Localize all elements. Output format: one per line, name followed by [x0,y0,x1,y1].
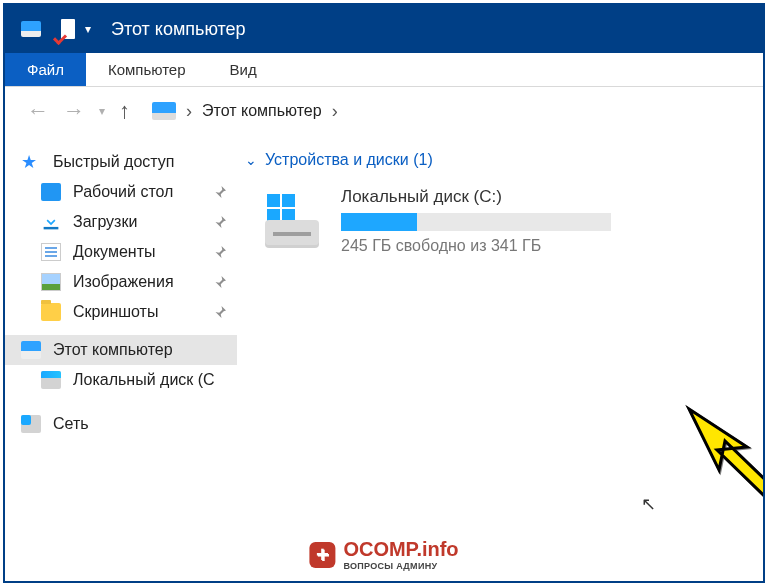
disk-icon [41,371,61,389]
sidebar-this-pc[interactable]: Этот компьютер [5,335,237,365]
nav-sidebar: ★ Быстрый доступ Рабочий стол Загрузки Д… [5,135,237,581]
tab-computer[interactable]: Компьютер [86,53,208,86]
drive-icon [265,194,319,248]
download-icon [41,213,61,231]
drive-name: Локальный диск (C:) [341,187,611,207]
sidebar-network[interactable]: Сеть [5,409,237,439]
collapse-icon[interactable]: ⌄ [245,152,257,168]
sidebar-item-downloads[interactable]: Загрузки [5,207,237,237]
sidebar-item-screenshots[interactable]: Скриншоты [5,297,237,327]
section-title: Устройства и диски (1) [265,151,433,169]
ribbon-tabs: Файл Компьютер Вид [5,53,763,87]
navigation-bar: ← → ▾ ↑ › Этот компьютер › [5,87,763,135]
annotation-arrow [677,395,763,581]
breadcrumb-separator-icon[interactable]: › [330,101,340,122]
sidebar-quick-access[interactable]: ★ Быстрый доступ [5,147,237,177]
mouse-cursor-icon: ↖ [641,493,656,515]
documents-icon [41,243,61,261]
watermark-tld: .info [416,538,458,560]
pin-icon [211,303,229,321]
network-icon [21,415,41,433]
watermark-brand: OCOMP [343,538,416,560]
breadcrumb-separator-icon[interactable]: › [184,101,194,122]
pin-icon [211,183,229,201]
drive-usage-bar [341,213,611,231]
pictures-icon [41,273,61,291]
nav-history-dropdown-icon[interactable]: ▾ [95,104,109,118]
tab-view[interactable]: Вид [208,53,279,86]
pin-icon [211,273,229,291]
pin-icon [211,243,229,261]
breadcrumb[interactable]: › Этот компьютер › [152,101,340,122]
drive-item-local-c[interactable]: Локальный диск (C:) 245 ГБ свободно из 3… [241,187,759,255]
pin-icon [211,213,229,231]
svg-rect-0 [44,227,59,229]
breadcrumb-pc-icon [152,102,176,120]
sidebar-item-desktop[interactable]: Рабочий стол [5,177,237,207]
watermark-plus-icon: + [309,542,335,568]
window-title: Этот компьютер [111,19,246,40]
breadcrumb-location[interactable]: Этот компьютер [202,102,322,120]
watermark: + OCOMP.info ВОПРОСЫ АДМИНУ [309,538,458,571]
explorer-window: ▾ Этот компьютер Файл Компьютер Вид ← → … [3,3,765,583]
folder-icon [41,303,61,321]
sidebar-item-documents[interactable]: Документы [5,237,237,267]
nav-up-icon[interactable]: ↑ [115,98,134,124]
sidebar-local-disk[interactable]: Локальный диск (C [5,365,237,395]
watermark-tagline: ВОПРОСЫ АДМИНУ [343,561,458,571]
tab-file[interactable]: Файл [5,53,86,86]
star-icon: ★ [21,153,41,171]
nav-forward-icon[interactable]: → [59,98,89,124]
titlebar[interactable]: ▾ Этот компьютер [5,5,763,53]
content-pane[interactable]: ⌄ Устройства и диски (1) Локальный диск … [237,135,763,581]
drive-free-text: 245 ГБ свободно из 341 ГБ [341,237,611,255]
section-devices-and-drives[interactable]: ⌄ Устройства и диски (1) [241,143,759,187]
qat-dropdown-icon[interactable]: ▾ [85,22,91,36]
nav-back-icon[interactable]: ← [23,98,53,124]
desktop-icon [41,183,61,201]
this-pc-icon [21,341,41,359]
sidebar-item-pictures[interactable]: Изображения [5,267,237,297]
this-pc-icon [21,21,41,37]
